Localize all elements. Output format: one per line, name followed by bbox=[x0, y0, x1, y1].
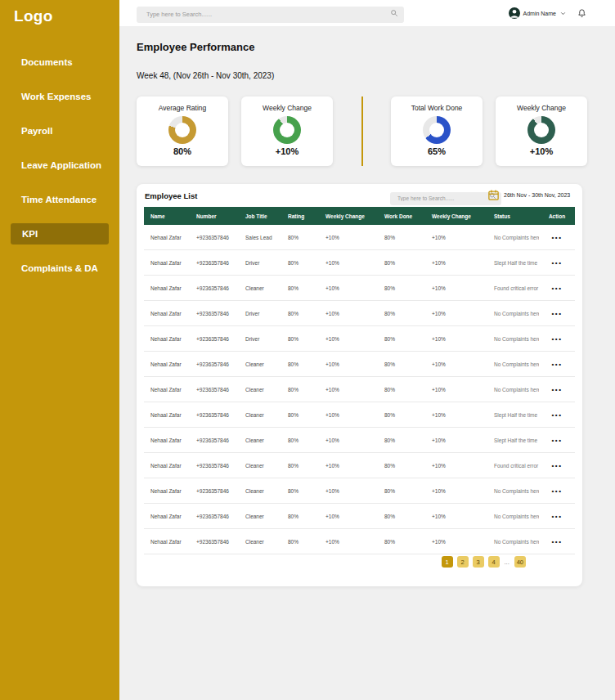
employee-table: NameNumberJob TitleRatingWeekly ChangeWo… bbox=[144, 207, 575, 554]
pagination-page-1[interactable]: 1 bbox=[442, 556, 453, 568]
row-actions-button[interactable]: ••• bbox=[552, 335, 563, 343]
pagination-ellipsis: ... bbox=[504, 556, 510, 568]
row-actions-button[interactable]: ••• bbox=[552, 285, 563, 292]
weekly-change-cell: +10% bbox=[319, 301, 378, 326]
row-actions-button[interactable]: ••• bbox=[552, 386, 563, 393]
weekly-change-cell: +10% bbox=[425, 478, 487, 504]
row-actions-button[interactable]: ••• bbox=[552, 361, 563, 368]
sidebar-menu: Documents Work Expenses Payroll Leave Ap… bbox=[0, 45, 119, 285]
sidebar-item-documents[interactable]: Documents bbox=[0, 45, 119, 79]
weekly-change-cell: +10% bbox=[425, 402, 487, 428]
name-cell: Nehaal Zafar bbox=[144, 250, 190, 276]
row-actions-button[interactable]: ••• bbox=[552, 310, 563, 317]
notifications-bell-icon[interactable] bbox=[577, 8, 586, 18]
search-icon[interactable] bbox=[390, 9, 398, 17]
table-row: Nehaal Zafar+9236357846Cleaner80%+10%80%… bbox=[144, 478, 575, 504]
weekly-change-cell: +10% bbox=[319, 402, 378, 428]
action-cell: ••• bbox=[539, 504, 575, 529]
page-subtitle: Week 48, (Nov 26th - Nov 30th, 2023) bbox=[137, 71, 274, 80]
row-actions-button[interactable]: ••• bbox=[552, 234, 563, 241]
row-actions-button[interactable]: ••• bbox=[552, 462, 563, 469]
name-cell: Nehaal Zafar bbox=[144, 504, 190, 529]
job-title-cell: Cleaner bbox=[239, 504, 281, 529]
rating-cell: 80% bbox=[281, 352, 319, 377]
topbar-user-area: Admin Name bbox=[509, 7, 615, 19]
weekly-change-cell: +10% bbox=[425, 250, 487, 276]
weekly-change-cell: +10% bbox=[319, 428, 378, 453]
weekly-change-cell: +10% bbox=[425, 326, 487, 352]
sidebar-item-work-expenses[interactable]: Work Expenses bbox=[0, 79, 119, 114]
row-actions-button[interactable]: ••• bbox=[552, 513, 563, 520]
weekly-change-cell: +10% bbox=[319, 377, 378, 402]
table-row: Nehaal Zafar+9236357846Driver80%+10%80%+… bbox=[144, 250, 575, 276]
weekly-change-cell: +10% bbox=[319, 225, 378, 250]
pagination-page-4[interactable]: 4 bbox=[488, 556, 500, 568]
name-cell: Nehaal Zafar bbox=[144, 301, 190, 326]
status-cell: Found critical error bbox=[487, 276, 539, 301]
job-title-cell: Cleaner bbox=[239, 453, 281, 478]
pagination-page-40[interactable]: 40 bbox=[514, 556, 526, 568]
column-header: Rating bbox=[281, 207, 319, 225]
card-value: 80% bbox=[173, 146, 191, 156]
calendar-icon[interactable] bbox=[487, 189, 500, 201]
card-value: +10% bbox=[276, 146, 299, 156]
work-done-cell: 80% bbox=[378, 529, 425, 554]
job-title-cell: Sales Lead bbox=[239, 225, 281, 250]
weekly-change-cell: +10% bbox=[425, 225, 487, 250]
sidebar-item-kpi[interactable]: KPI bbox=[11, 223, 109, 245]
weekly-change-cell: +10% bbox=[425, 377, 487, 402]
number-cell: +9236357846 bbox=[190, 428, 239, 453]
action-cell: ••• bbox=[539, 428, 575, 453]
sidebar-item-payroll[interactable]: Payroll bbox=[0, 114, 119, 148]
row-actions-button[interactable]: ••• bbox=[552, 538, 563, 545]
global-search-input[interactable] bbox=[137, 7, 404, 23]
date-range-label[interactable]: 26th Nov - 30th Nov, 2023 bbox=[504, 192, 570, 198]
weekly-change-cell: +10% bbox=[319, 478, 378, 504]
column-header: Work Done bbox=[378, 207, 425, 225]
work-done-cell: 80% bbox=[378, 428, 425, 453]
sidebar-item-leave-application[interactable]: Leave Application bbox=[0, 148, 119, 182]
work-done-cell: 80% bbox=[378, 402, 425, 428]
weekly-change-cell: +10% bbox=[319, 250, 378, 276]
sidebar-item-time-attendance[interactable]: Time Attendance bbox=[0, 182, 119, 217]
job-title-cell: Cleaner bbox=[239, 402, 281, 428]
chevron-down-icon[interactable] bbox=[559, 10, 567, 17]
status-cell: No Complaints here bbox=[487, 504, 539, 529]
work-done-cell: 80% bbox=[378, 326, 425, 352]
card-title: Weekly Change bbox=[517, 104, 566, 112]
row-actions-button[interactable]: ••• bbox=[552, 259, 563, 267]
work-done-cell: 80% bbox=[378, 377, 425, 402]
cards-divider bbox=[361, 96, 363, 166]
card-value: +10% bbox=[530, 146, 553, 156]
job-title-cell: Cleaner bbox=[239, 352, 281, 377]
number-cell: +9236357846 bbox=[190, 301, 239, 326]
number-cell: +9236357846 bbox=[190, 250, 239, 276]
table-row: Nehaal Zafar+9236357846Cleaner80%+10%80%… bbox=[144, 453, 575, 478]
user-avatar[interactable] bbox=[509, 7, 520, 19]
status-cell: No Complaints here bbox=[487, 326, 539, 352]
card-title: Total Work Done bbox=[411, 104, 463, 112]
name-cell: Nehaal Zafar bbox=[144, 453, 190, 478]
number-cell: +9236357846 bbox=[190, 276, 239, 301]
column-header: Weekly Change bbox=[425, 207, 487, 225]
work-done-cell: 80% bbox=[378, 301, 425, 326]
job-title-cell: Cleaner bbox=[239, 478, 281, 504]
action-cell: ••• bbox=[539, 326, 575, 352]
sidebar-item-complaints-da[interactable]: Complaints & DA bbox=[0, 251, 119, 285]
job-title-cell: Driver bbox=[239, 301, 281, 326]
donut-chart-average-rating bbox=[168, 116, 196, 144]
pagination-page-2[interactable]: 2 bbox=[457, 556, 469, 568]
number-cell: +9236357846 bbox=[190, 326, 239, 352]
employee-table-wrap: NameNumberJob TitleRatingWeekly ChangeWo… bbox=[144, 207, 575, 554]
card-total-work-done: Total Work Done 65% bbox=[391, 96, 483, 166]
action-cell: ••• bbox=[539, 478, 575, 504]
employee-search-input[interactable] bbox=[390, 192, 501, 205]
row-actions-button[interactable]: ••• bbox=[552, 437, 563, 444]
name-cell: Nehaal Zafar bbox=[144, 377, 190, 402]
row-actions-button[interactable]: ••• bbox=[552, 411, 563, 419]
action-cell: ••• bbox=[539, 250, 575, 276]
column-header: Job Title bbox=[239, 207, 281, 225]
pagination-page-3[interactable]: 3 bbox=[473, 556, 484, 568]
rating-cell: 80% bbox=[281, 250, 319, 276]
row-actions-button[interactable]: ••• bbox=[552, 487, 563, 495]
